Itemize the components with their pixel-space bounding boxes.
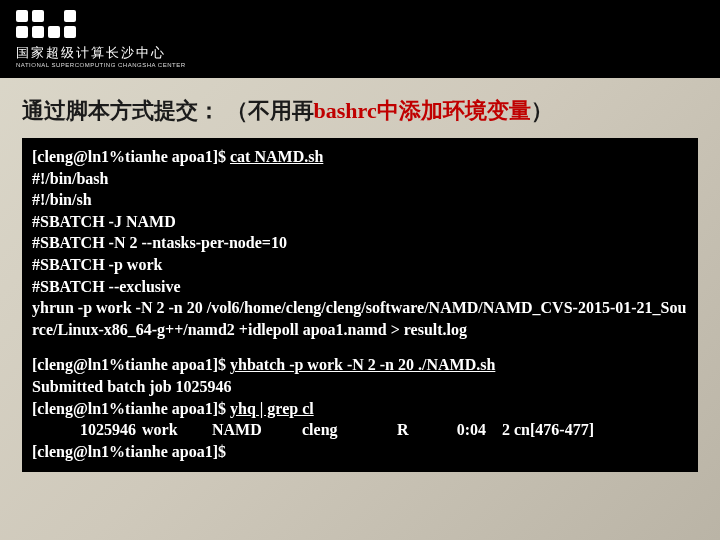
logo-mark bbox=[16, 10, 186, 38]
script-line: #SBATCH -N 2 --ntasks-per-node=10 bbox=[32, 234, 287, 251]
submit-content: [cleng@ln1%tianhe apoa1]$ yhbatch -p wor… bbox=[32, 354, 688, 419]
org-name-cn: 国家超级计算长沙中心 bbox=[16, 44, 186, 62]
script-line: #!/bin/bash bbox=[32, 170, 108, 187]
queue-row: 1025946 work NAMD cleng R 0:04 2 cn[476-… bbox=[32, 419, 688, 441]
title-note-plain: 不用再 bbox=[248, 98, 314, 123]
script-line: #SBATCH -J NAMD bbox=[32, 213, 176, 230]
queue-time: 0:04 bbox=[432, 419, 502, 441]
script-line: #!/bin/sh bbox=[32, 191, 92, 208]
script-line: #SBATCH --exclusive bbox=[32, 278, 181, 295]
script-content: [cleng@ln1%tianhe apoa1]$ cat NAMD.sh #!… bbox=[32, 146, 688, 340]
script-line: #SBATCH -p work bbox=[32, 256, 162, 273]
queue-state: R bbox=[397, 419, 432, 441]
title-prefix: 通过脚本方式提交： bbox=[22, 98, 220, 123]
queue-user: cleng bbox=[302, 419, 397, 441]
script-line: yhrun -p work -N 2 -n 20 /vol6/home/clen… bbox=[32, 299, 686, 338]
prompt: [cleng@ln1%tianhe apoa1]$ bbox=[32, 356, 230, 373]
queue-jobid: 1025946 bbox=[32, 419, 142, 441]
paren-close: ） bbox=[531, 98, 553, 123]
prompt: [cleng@ln1%tianhe apoa1]$ bbox=[32, 400, 230, 417]
terminal-block: [cleng@ln1%tianhe apoa1]$ cat NAMD.sh #!… bbox=[22, 138, 698, 472]
org-name-en: NATIONAL SUPERCOMPUTING CHANGSHA CENTER bbox=[16, 62, 186, 68]
prompt: [cleng@ln1%tianhe apoa1]$ bbox=[32, 148, 230, 165]
queue-jobname: NAMD bbox=[212, 419, 302, 441]
command-yhq: yhq | grep cl bbox=[230, 400, 314, 417]
slide-header: 国家超级计算长沙中心 NATIONAL SUPERCOMPUTING CHANG… bbox=[0, 0, 720, 78]
org-logo: 国家超级计算长沙中心 NATIONAL SUPERCOMPUTING CHANG… bbox=[16, 10, 186, 68]
queue-partition: work bbox=[142, 419, 212, 441]
submit-output: Submitted batch job 1025946 bbox=[32, 378, 232, 395]
queue-nodes: 2 cn[476-477] bbox=[502, 419, 594, 441]
title-note-red: bashrc中添加环境变量 bbox=[314, 98, 531, 123]
command-yhbatch: yhbatch -p work -N 2 -n 20 ./NAMD.sh bbox=[230, 356, 495, 373]
paren-open: （ bbox=[226, 98, 248, 123]
slide-title: 通过脚本方式提交： （不用再bashrc中添加环境变量） bbox=[0, 78, 720, 134]
final-prompt: [cleng@ln1%tianhe apoa1]$ bbox=[32, 441, 688, 463]
command-cat: cat NAMD.sh bbox=[230, 148, 323, 165]
